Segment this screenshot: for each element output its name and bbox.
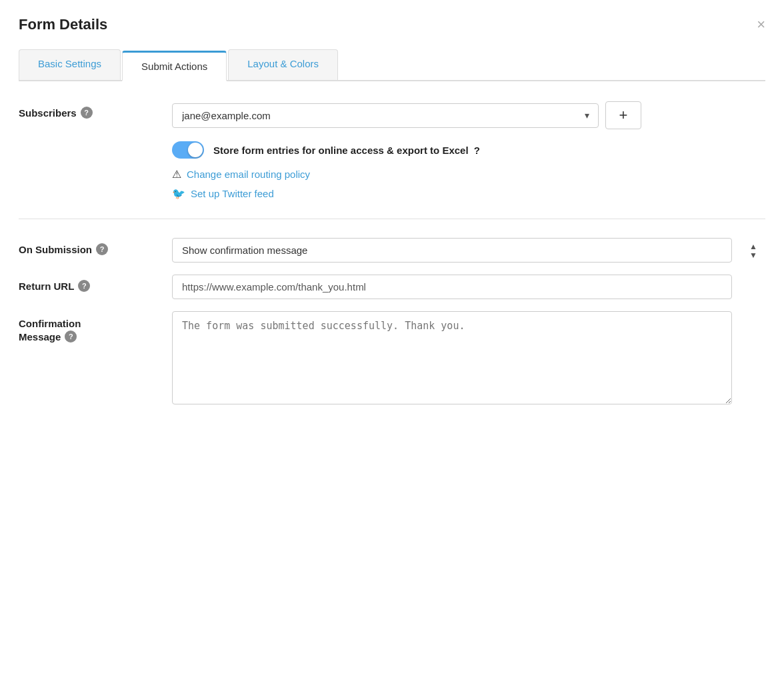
subscribers-label: Subscribers ? [19,101,172,119]
subscribers-select-wrapper: jane@example.com ▾ [172,103,599,128]
subscribers-control: jane@example.com ▾ + [172,101,765,129]
return-url-help-icon[interactable]: ? [78,280,90,292]
action-links: ⚠ Change email routing policy 🐦 Set up T… [172,168,765,200]
on-submission-control: Show confirmation messageRedirect to URL… [172,238,765,263]
on-submission-row: On Submission ? Show confirmation messag… [19,238,765,263]
tab-layout-colors[interactable]: Layout & Colors [228,49,338,80]
warning-icon: ⚠ [172,168,181,181]
subscribers-section: Subscribers ? jane@example.com ▾ + [19,101,765,219]
change-email-routing-link[interactable]: ⚠ Change email routing policy [172,168,765,181]
subscribers-select[interactable]: jane@example.com [172,103,599,128]
on-submission-label: On Submission ? [19,238,172,255]
dialog-title: Form Details [19,16,107,33]
close-button[interactable]: × [757,17,765,32]
subscribers-help-icon[interactable]: ? [81,107,93,119]
toggle-thumb [188,143,203,157]
confirmation-message-textarea[interactable] [172,311,732,404]
subscribers-row: Subscribers ? jane@example.com ▾ + [19,101,765,129]
store-entries-label: Store form entries for online access & e… [213,145,480,156]
add-subscriber-button[interactable]: + [605,101,641,129]
tab-content: Subscribers ? jane@example.com ▾ + [19,81,765,437]
form-details-dialog: Form Details × Basic Settings Submit Act… [0,0,784,677]
on-submission-help-icon[interactable]: ? [96,243,108,255]
confirmation-message-help-icon[interactable]: ? [65,331,77,342]
store-entries-toggle-row: Store form entries for online access & e… [172,141,765,159]
return-url-input[interactable] [172,275,732,299]
tab-submit-actions[interactable]: Submit Actions [122,51,227,81]
dialog-header: Form Details × [19,16,765,33]
store-entries-help-icon[interactable]: ? [474,145,480,156]
return-url-control [172,275,765,299]
confirmation-message-control [172,311,765,406]
return-url-label: Return URL ? [19,275,172,292]
submission-section: On Submission ? Show confirmation messag… [19,238,765,437]
twitter-icon: 🐦 [172,187,185,200]
tabs-bar: Basic Settings Submit Actions Layout & C… [19,49,765,81]
tab-basic-settings[interactable]: Basic Settings [19,49,121,80]
on-submission-select[interactable]: Show confirmation messageRedirect to URL [172,238,732,263]
store-entries-toggle[interactable] [172,141,204,159]
setup-twitter-feed-link[interactable]: 🐦 Set up Twitter feed [172,187,765,200]
return-url-row: Return URL ? [19,275,765,299]
confirmation-message-row: Confirmation Message ? [19,311,765,406]
submission-arrows-icon: ▲ ▼ [749,242,757,259]
confirmation-message-label: Confirmation Message ? [19,311,172,342]
